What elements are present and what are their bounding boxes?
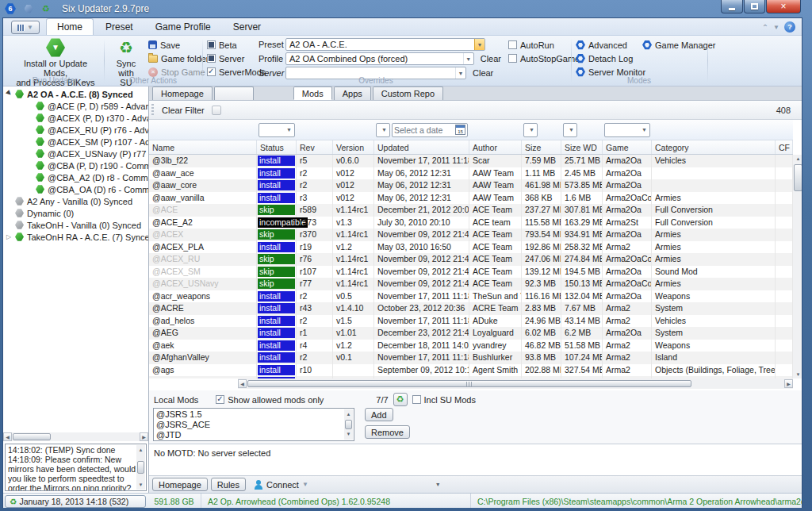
advanced-button[interactable]: Advanced [576,38,645,52]
tree-item[interactable]: @ACE (P, D) r589 - Advanced Co [3,100,148,112]
expander-icon[interactable] [6,233,14,240]
scroll-down-icon[interactable]: ▼ [139,480,144,490]
table-row[interactable]: @agsinstallr10September 09, 2012 10:10Ag… [149,364,793,377]
chevron-down-icon[interactable]: ▼ [455,67,465,79]
chevron-down-icon[interactable]: ▼ [463,53,473,64]
scroll-up-icon[interactable]: ▲ [347,409,351,420]
scroll-right-icon[interactable]: ▶ [784,379,793,388]
server-combobox-caret[interactable]: ▼ [435,482,441,487]
qat-install-button[interactable] [22,2,35,15]
local-mods-listbox[interactable]: @JSRS 1.5@JSRS_ACE@JTD ▲ ▼ [153,408,354,441]
tree-item[interactable]: @ACEX_SM (P) r107 - Advanced [3,136,148,148]
tree-item[interactable]: TakeOnH - Vanilla (0) Synced [3,219,148,231]
tab-apps[interactable]: Apps [334,86,371,100]
help-icon[interactable]: ? [784,21,795,33]
table-row[interactable]: @aaw_vanillainstallr3v012May 06, 2012 12… [149,192,793,205]
scroll-down-icon[interactable]: ▼ [347,429,351,440]
table-row[interactable]: @ACE_A2incompatibler373v1.3July 30, 2010… [149,217,793,229]
show-allowed-checkbox[interactable]: Show allowed mods only [216,393,324,406]
qat-sync-button[interactable]: ♻ [40,2,52,15]
filter-date-operator-combobox[interactable]: ▼ [376,123,390,137]
table-row[interactable]: @AfghanValleyinstallr2v0.1November 17, 2… [149,352,793,364]
filter-status-combobox[interactable]: ▼ [259,123,295,137]
column-header-cf[interactable]: CF [776,140,793,154]
homepage-button[interactable]: Homepage [152,478,208,491]
calendar-icon[interactable]: 15 [455,125,465,135]
tab-homepage[interactable]: Homepage [152,86,213,100]
ribbon-tab-server[interactable]: Server [223,19,271,35]
filter-size-combobox[interactable]: ▼ [523,123,538,137]
ribbon-tab-home[interactable]: Home [46,18,94,35]
filter-date-picker[interactable]: Select a date15 [392,123,468,137]
autostopgame-checkbox[interactable]: AutoStopGame [508,52,580,65]
ribbon-tab-game-profile[interactable]: Game Profile [145,19,221,35]
game-manager-button[interactable]: Game Manager [642,38,715,52]
servermods-checkbox[interactable]: ServerMods [207,65,266,79]
table-row[interactable]: @aaw_aceinstallr2v012May 06, 2012 12:31A… [149,167,793,180]
log-vertical-scrollbar[interactable]: ▲ ▼ [136,445,145,490]
column-header-game[interactable]: Game [603,140,652,154]
table-row[interactable]: @AEGinstallr1v1.01December 23, 2012 21:4… [149,327,793,340]
preset-combobox[interactable]: A2 OA - A.C.E.▼ [285,38,485,51]
scroll-up-icon[interactable]: ▲ [139,445,144,455]
table-row[interactable]: @aekinstallr4v1.2December 18, 2011 14:08… [149,340,793,352]
tree-item[interactable]: Dynamic (0) [3,207,148,219]
column-header-sizewd[interactable]: Size WD [561,140,603,154]
tree-horizontal-scrollbar[interactable]: ◀ ▶ [3,432,148,441]
table-row[interactable]: @acr_weaponsinstallr2v0.5November 17, 20… [149,290,793,303]
autorun-checkbox[interactable]: AutoRun [508,38,580,52]
column-header-rev[interactable]: Rev [297,140,333,154]
table-vertical-scrollbar[interactable]: ▲ ▼ [793,155,802,378]
table-row[interactable]: @ACEX_RUskipr76v1.14rc1November 09, 2012… [149,253,793,266]
column-header-status[interactable]: Status [257,140,297,154]
scrollbar-thumb[interactable] [137,461,144,474]
table-row[interactable]: @3lb_f22installr5v0.6.0November 17, 2011… [149,155,793,167]
column-header-updated[interactable]: Updated [374,140,469,154]
scrollbar-thumb[interactable] [345,420,352,429]
scroll-up-icon[interactable]: ▲ [796,155,801,161]
tree-item[interactable]: @ACEX_USNavy (P) r77 - Advan [3,148,148,159]
listbox-vertical-scrollbar[interactable]: ▲ ▼ [344,409,353,440]
chevron-down-icon[interactable]: ▼ [773,24,779,31]
table-row[interactable]: @ad_helosinstallr2v1.5November 17, 2011 … [149,315,793,328]
server-checkbox[interactable]: Server [207,52,266,65]
filter-sizewd-combobox[interactable]: ▼ [563,123,577,137]
table-row[interactable]: @ACEX_SMskipr107v1.14rc1November 09, 201… [149,266,793,279]
tab-blank[interactable] [214,86,254,100]
incl-su-mods-checkbox[interactable]: Incl SU Mods [412,393,476,406]
list-item[interactable]: @JSRS 1.5 [156,409,343,420]
clear-profile-button[interactable]: Clear [481,54,501,63]
column-header-name[interactable]: Name [149,140,257,154]
expander-icon[interactable] [5,89,15,99]
tree-item[interactable]: @ACEX (P, D) r370 - Advanced C [3,112,148,124]
scrollbar-thumb[interactable] [13,433,51,440]
detach-log-button[interactable]: Detach Log [576,52,645,65]
tree-item[interactable]: @ACEX_RU (P) r76 - Advanced [3,124,148,136]
clear-filter-button[interactable]: Clear Filter [157,103,209,117]
tab-custom-repo[interactable]: Custom Repo [373,86,443,100]
beta-checkbox[interactable]: Beta [207,38,266,52]
column-header-version[interactable]: Version [333,140,374,154]
application-menu-button[interactable]: ▼ [11,21,40,34]
filter-options-icon[interactable] [212,106,221,115]
maximize-button[interactable] [744,0,765,13]
clear-server-button[interactable]: Clear [473,68,493,78]
ribbon-tab-preset[interactable]: Preset [95,19,144,35]
profile-combobox[interactable]: A2 OA Combined Ops (forced)▼ [285,52,474,65]
table-horizontal-scrollbar[interactable]: ◀ ▶ [238,378,793,389]
rules-button[interactable]: Rules [211,478,246,491]
scroll-left-icon[interactable]: ◀ [238,379,247,388]
tree-item[interactable]: A2 OA - A.C.E. (8) Synced [3,88,148,100]
connect-button[interactable]: Connect ▼ [249,478,313,492]
column-header-size[interactable]: Size [522,140,561,154]
scrollbar-thumb[interactable] [794,164,802,191]
list-item[interactable]: @JTD [156,430,343,440]
scrollbar-thumb[interactable] [247,380,691,387]
table-row[interactable]: @ACEskipr589v1.14rc1December 21, 2012 20… [149,204,793,217]
tree-item[interactable]: A2 Any - Vanilla (0) Synced [3,195,148,207]
refresh-local-mods-button[interactable]: ♻ [393,393,408,406]
tree-item[interactable]: @CBA_A2 (D) r8 - Community E [3,171,148,183]
table-row[interactable]: @ACEX_PLAinstallr19v1.2May 03, 2010 16:5… [149,241,793,254]
filter-game-combobox[interactable]: ▼ [604,123,650,137]
column-header-author[interactable]: Author [469,140,522,154]
